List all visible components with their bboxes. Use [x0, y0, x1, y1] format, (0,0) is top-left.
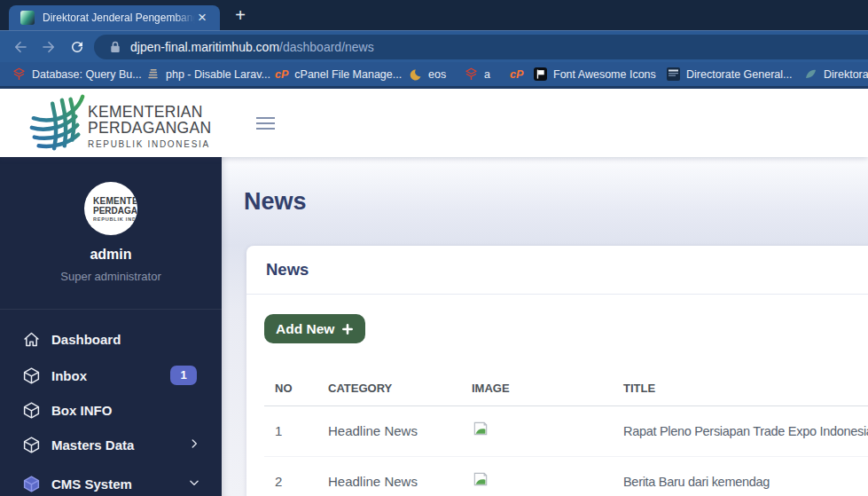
bookmark-direktora[interactable]: Direktora	[804, 62, 868, 86]
url-text: djpen-final.maritimhub.com/dashboard/new…	[130, 40, 374, 54]
bookmark-eos[interactable]: eos	[408, 62, 446, 86]
app-header: KEMENTERIAN PERDAGANGAN REPUBLIK INDONES…	[0, 89, 868, 157]
bookmark-cpanel-2[interactable]: cP	[510, 62, 529, 86]
cube-icon	[22, 401, 41, 420]
broken-image-icon	[472, 420, 489, 437]
sidebar-toggle-button[interactable]	[256, 117, 275, 130]
reload-icon[interactable]	[69, 39, 85, 55]
chevron-right-icon	[188, 437, 200, 450]
stack-icon	[146, 67, 160, 81]
card-body: Add New NO CATEGORY IMAGE TITLE 1 Headli…	[246, 295, 868, 496]
inbox-badge: 1	[170, 366, 197, 385]
sidebar-item-dashboard[interactable]: Dashboard	[0, 321, 222, 357]
sidebar-item-cms-system[interactable]: CMS System	[0, 466, 222, 496]
broken-image-icon	[472, 470, 489, 488]
browser-tab[interactable]: Direktorat Jenderal Pengembang ×	[9, 5, 220, 30]
bookmarks-bar: Database: Query Bu... php - Disable Lara…	[0, 62, 868, 86]
tab-close-icon[interactable]: ×	[195, 11, 209, 25]
page-title: News	[244, 188, 307, 216]
tab-favicon-icon	[20, 11, 35, 25]
home-icon	[22, 330, 41, 349]
cube-icon	[22, 436, 41, 454]
table-row[interactable]: 1 Headline News Rapat Pleno Persiapan Tr…	[264, 406, 868, 457]
avatar: KEMENTE PERDAGAN REPUBLIK IND	[84, 182, 137, 235]
col-header-no: NO	[264, 367, 317, 406]
col-header-category: CATEGORY	[317, 367, 461, 406]
card-title: News	[266, 260, 309, 279]
moon-icon	[408, 68, 422, 81]
kemendag-logo	[27, 94, 89, 154]
table-row[interactable]: 2 Headline News Berita Baru dari kemenda…	[264, 457, 868, 496]
browser-toolbar: djpen-final.maritimhub.com/dashboard/new…	[0, 30, 868, 62]
bookmark-database[interactable]: Database: Query Bu...	[12, 62, 142, 86]
bookmark-a[interactable]: a	[465, 62, 490, 86]
sidebar-item-inbox[interactable]: Inbox 1	[0, 358, 222, 393]
content-area: News News Add New NO CATEGORY IMAGE TITL…	[222, 157, 868, 496]
window-icon	[667, 67, 680, 81]
bookmark-cpanel[interactable]: cPcPanel File Manage...	[275, 62, 402, 86]
bookmark-php[interactable]: php - Disable Larav...	[146, 62, 270, 86]
sidebar: KEMENTE PERDAGAN REPUBLIK IND admin Supe…	[0, 157, 222, 496]
username: admin	[0, 247, 222, 263]
cpanel-icon: cP	[275, 68, 288, 81]
leaf-icon	[804, 67, 817, 81]
laravel-icon	[465, 67, 478, 81]
col-header-title: TITLE	[613, 367, 868, 406]
user-role: Super administrator	[0, 270, 222, 283]
bookmark-directorate[interactable]: Directorate General...	[667, 62, 793, 86]
laravel-icon	[12, 67, 26, 81]
brand-text: KEMENTERIAN PERDAGANGAN REPUBLIK INDONES…	[88, 104, 211, 149]
bookmark-fontawesome[interactable]: Font Awesome Icons	[534, 62, 656, 86]
news-card: News Add New NO CATEGORY IMAGE TITLE 1	[246, 246, 868, 496]
flag-icon	[534, 67, 547, 81]
card-header: News	[246, 246, 868, 295]
news-table: NO CATEGORY IMAGE TITLE 1 Headline News …	[264, 367, 868, 496]
cube-icon	[22, 366, 41, 385]
back-icon[interactable]	[12, 39, 28, 55]
address-bar[interactable]: djpen-final.maritimhub.com/dashboard/new…	[94, 35, 868, 59]
new-tab-button[interactable]: +	[231, 6, 250, 26]
browser-tab-bar: Direktorat Jenderal Pengembang × +	[0, 0, 868, 30]
sidebar-item-masters-data[interactable]: Masters Data	[0, 427, 222, 462]
lock-icon[interactable]	[110, 41, 121, 53]
sidebar-divider	[0, 309, 222, 310]
forward-icon[interactable]	[41, 39, 57, 55]
sidebar-item-box-info[interactable]: Box INFO	[0, 392, 222, 428]
add-new-button[interactable]: Add New	[264, 314, 365, 343]
chevron-down-icon	[188, 476, 200, 489]
cpanel-icon: cP	[510, 68, 523, 81]
col-header-image: IMAGE	[461, 367, 613, 406]
cube-icon-active	[22, 475, 41, 493]
tab-title: Direktorat Jenderal Pengembang	[43, 12, 195, 24]
plus-icon	[341, 323, 354, 335]
